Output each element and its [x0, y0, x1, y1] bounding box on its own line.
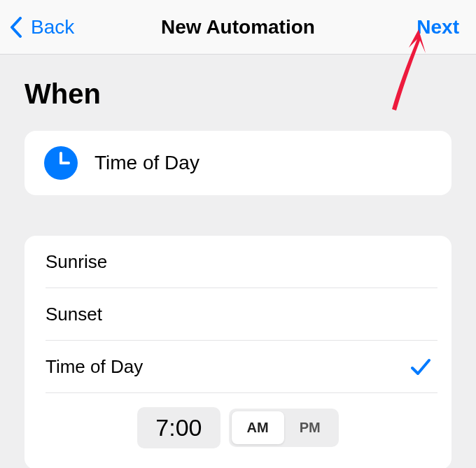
navigation-bar: Back New Automation Next: [0, 0, 476, 55]
clock-icon: [44, 146, 78, 180]
am-button[interactable]: AM: [232, 411, 284, 444]
back-label: Back: [31, 16, 74, 38]
trigger-summary-row[interactable]: Time of Day: [24, 131, 451, 195]
ampm-segmented-control[interactable]: AM PM: [229, 409, 339, 447]
divider: [46, 392, 438, 393]
time-picker-row: 7:00 AM PM: [24, 407, 451, 448]
trigger-summary-label: Time of Day: [94, 152, 200, 174]
next-button[interactable]: Next: [416, 0, 459, 55]
time-value-button[interactable]: 7:00: [137, 407, 220, 448]
back-button[interactable]: Back: [10, 0, 74, 55]
section-header-when: When: [24, 78, 451, 110]
option-label: Time of Day: [46, 356, 143, 378]
option-sunset[interactable]: Sunset: [24, 288, 451, 341]
next-label: Next: [416, 16, 459, 38]
option-time-of-day[interactable]: Time of Day: [24, 341, 451, 393]
checkmark-icon: [411, 358, 430, 376]
option-sunrise[interactable]: Sunrise: [24, 236, 451, 288]
option-label: Sunset: [46, 304, 102, 325]
pm-button[interactable]: PM: [284, 411, 336, 444]
chevron-left-icon: [10, 17, 22, 38]
option-label: Sunrise: [46, 251, 107, 273]
time-options-card: Sunrise Sunset Time of Day 7:00 AM PM: [24, 236, 451, 468]
content-area: When Time of Day Sunrise Sunset Time of …: [0, 78, 476, 468]
